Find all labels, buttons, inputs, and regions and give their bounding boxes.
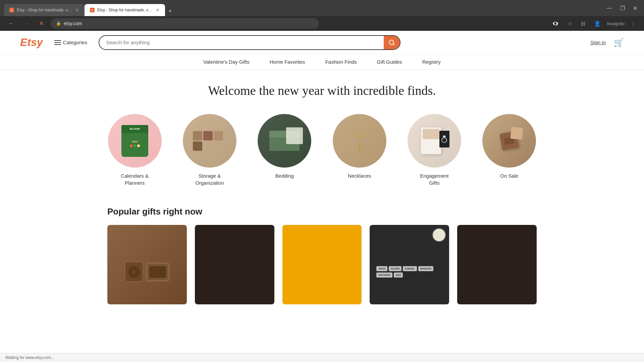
new-tab-button[interactable]: + [165,6,175,16]
categories-row: BLOOM 2024 Calendars &Planners [107,114,537,186]
nav-valentines[interactable]: Valentine's Day Gifts [203,59,250,65]
browser-tab-1[interactable]: E Etsy - Shop for handmade, vint... ✕ [4,4,85,16]
maximize-button[interactable]: ❐ [618,4,628,13]
category-circle-calendars: BLOOM 2024 [108,114,162,168]
products-row: ♪ [107,225,537,304]
svg-line-1 [393,44,394,45]
header-actions: Sign in 🛒 [590,38,624,47]
search-input[interactable] [99,40,384,45]
tab1-favicon: E [9,8,14,12]
back-button[interactable]: ← [5,19,17,28]
forward-button[interactable]: → [21,19,32,28]
product-card-4[interactable]: NOAH OLIVER SAMUEL MADISON MATTHEW 2023 [370,225,449,304]
hamburger-icon [54,40,61,45]
category-onsale[interactable]: On Sale [482,114,537,179]
etsy-header: Etsy Categories Sign in 🛒 [0,31,644,54]
categories-button[interactable]: Categories [51,38,91,47]
status-text: Waiting for www.etsy.com... [5,355,54,360]
minimize-button[interactable]: — [604,4,615,12]
browser-tabs: E Etsy - Shop for handmade, vint... ✕ E … [4,0,601,16]
window-controls: — ❐ ✕ [604,4,640,13]
tab2-close[interactable]: ✕ [156,7,160,13]
tab1-close[interactable]: ✕ [75,7,79,13]
split-view-icon[interactable]: ⊟ [578,19,588,28]
nav-gift-guides[interactable]: Gift Guides [377,59,402,65]
category-name-storage: Storage &Organization [195,172,224,186]
nav-home-favorites[interactable]: Home Favorites [270,59,305,65]
product-card-3[interactable] [282,225,362,304]
categories-label: Categories [63,40,88,45]
address-field[interactable]: 🔒 etsy.com [51,18,319,29]
nav-fashion-finds[interactable]: Fashion Finds [325,59,357,65]
category-name-bedding: Bedding [275,172,294,179]
address-bar-row: ← → ✕ 🔒 etsy.com 👁️‍🗨️ ☆ ⊟ 👤 Incognito ⋮ [0,16,644,31]
status-bar: Waiting for www.etsy.com... [0,353,644,362]
category-necklaces[interactable]: Necklaces [332,114,387,179]
more-options-icon[interactable]: ⋮ [628,19,639,28]
popular-section-title: Popular gifts right now [107,206,537,217]
category-calendars[interactable]: BLOOM 2024 Calendars &Planners [107,114,162,186]
tab1-title: Etsy - Shop for handmade, vint... [17,8,72,12]
tab2-favicon: E [90,8,95,12]
lock-icon: 🔒 [56,21,61,26]
incognito-label: Incognito [607,21,625,26]
product-card-2[interactable] [195,225,274,304]
category-bedding[interactable]: Bedding [257,114,312,179]
category-storage[interactable]: Storage &Organization [182,114,237,186]
cart-icon[interactable]: 🛒 [614,38,624,47]
category-circle-bedding [258,114,311,168]
eye-slash-icon: 👁️‍🗨️ [549,19,561,28]
product-card-5[interactable] [457,225,537,304]
close-button[interactable]: ✕ [630,4,640,13]
category-circle-storage [183,114,236,168]
category-name-necklaces: Necklaces [348,172,371,179]
sign-in-button[interactable]: Sign in [590,40,606,45]
search-bar [99,35,400,50]
category-name-calendars: Calendars &Planners [121,172,149,186]
category-circle-onsale [482,114,536,168]
product-image-3 [282,225,362,304]
tab2-title: Etsy - Shop for handmade, vint... [97,8,153,12]
reload-button[interactable]: ✕ [36,18,47,28]
profile-icon[interactable]: 👤 [591,19,603,28]
main-nav: Valentine's Day Gifts Home Favorites Fas… [0,54,644,70]
product-image-5 [457,225,537,304]
product-image-1: ♪ [107,225,187,304]
product-image-2 [195,225,274,304]
hero-title: Welcome the new year with incredible fin… [107,83,537,98]
browser-actions: 👁️‍🗨️ ☆ ⊟ 👤 Incognito ⋮ [549,19,639,28]
category-name-engagement: EngagementGifts [420,172,448,186]
browser-chrome: E Etsy - Shop for handmade, vint... ✕ E … [0,0,644,16]
category-engagement[interactable]: 💍 EngagementGifts [407,114,462,186]
nav-registry[interactable]: Registry [422,59,441,65]
category-name-onsale: On Sale [500,172,518,179]
search-button[interactable] [384,36,400,49]
category-circle-engagement: 💍 [408,114,461,168]
category-circle-necklaces [333,114,386,168]
address-text: etsy.com [64,21,314,26]
main-content: Welcome the new year with incredible fin… [87,70,557,318]
product-image-4: NOAH OLIVER SAMUEL MADISON MATTHEW 2023 [370,225,449,304]
product-card-1[interactable]: ♪ [107,225,187,304]
search-icon [388,39,395,46]
bookmark-icon[interactable]: ☆ [565,19,575,28]
etsy-logo[interactable]: Etsy [20,36,43,49]
browser-tab-2[interactable]: E Etsy - Shop for handmade, vint... ✕ [85,4,165,16]
